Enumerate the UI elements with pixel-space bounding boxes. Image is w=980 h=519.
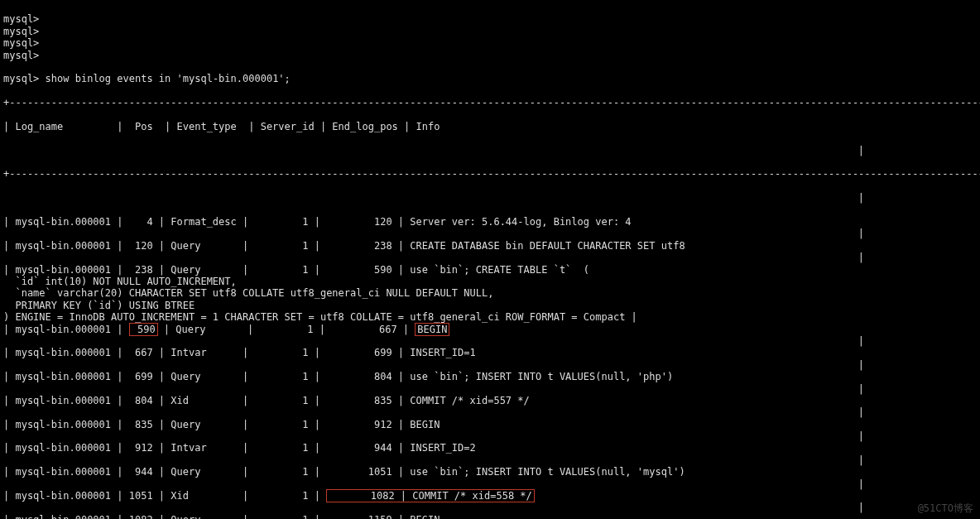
table-row-continuation: PRIMARY KEY (`id`) USING BTREE bbox=[3, 300, 977, 311]
table-row-continuation: ) ENGINE = InnoDB AUTO_INCREMENT = 1 CHA… bbox=[3, 311, 977, 323]
terminal-output: mysql>mysql>mysql>mysql> mysql> show bin… bbox=[0, 0, 980, 519]
mysql-prompt: mysql> bbox=[3, 13, 977, 25]
table-row: | mysql-bin.000001 | 699 | Query | 1 | 8… bbox=[3, 371, 977, 382]
mysql-prompt: mysql> bbox=[3, 37, 977, 49]
table-row: | mysql-bin.000001 | 835 | Query | 1 | 9… bbox=[3, 419, 977, 430]
table-row: | mysql-bin.000001 | 1082 | Query | 1 | … bbox=[3, 514, 977, 519]
table-row-continuation: `name` varchar(20) CHARACTER SET utf8 CO… bbox=[3, 287, 977, 299]
table-row: | mysql-bin.000001 | 238 | Query | 1 | 5… bbox=[3, 264, 977, 276]
table-row: | mysql-bin.000001 | 944 | Query | 1 | 1… bbox=[3, 466, 977, 478]
table-row: | mysql-bin.000001 | 1051 | Xid | 1 | 10… bbox=[3, 490, 977, 502]
table-sep-hdr: +---------------------------------------… bbox=[3, 168, 977, 180]
table-row: | mysql-bin.000001 | 667 | Intvar | 1 | … bbox=[3, 347, 977, 358]
table-row: | mysql-bin.000001 | 912 | Intvar | 1 | … bbox=[3, 442, 977, 454]
sql-command: show binlog events in 'mysql-bin.000001'… bbox=[46, 73, 291, 84]
table-row-continuation: `id` int(10) NOT NULL AUTO_INCREMENT, bbox=[3, 276, 977, 287]
mysql-prompt: mysql> bbox=[3, 26, 977, 37]
watermark: @51CTO博客 bbox=[918, 502, 973, 514]
table-sep-top: +---------------------------------------… bbox=[3, 97, 977, 108]
mysql-prompt: mysql> bbox=[3, 50, 977, 61]
table-row: | mysql-bin.000001 | 120 | Query | 1 | 2… bbox=[3, 240, 977, 252]
table-row: | mysql-bin.000001 | 4 | Format_desc | 1… bbox=[3, 216, 977, 228]
mysql-prompt: mysql> bbox=[3, 73, 39, 84]
table-row: | mysql-bin.000001 | 590 | Query | 1 | 6… bbox=[3, 324, 977, 335]
table-row: | mysql-bin.000001 | 804 | Xid | 1 | 835… bbox=[3, 395, 977, 406]
